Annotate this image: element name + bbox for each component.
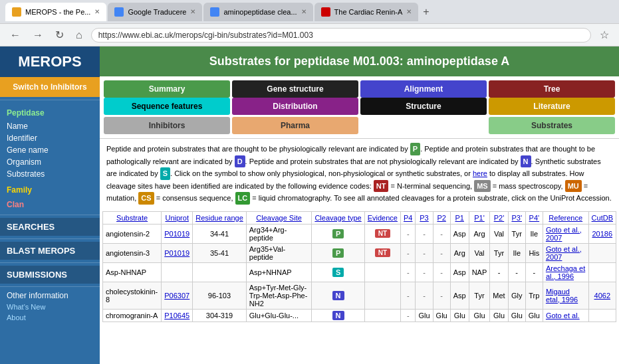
tab-cardiac[interactable]: The Cardiac Renin-A ✕ (314, 3, 419, 21)
cell-uniprot[interactable]: P10645 (162, 309, 193, 321)
cell-reference[interactable]: Arechaga et al., 1996 (543, 262, 588, 282)
cell-reference[interactable]: Goto et al., 2007 (543, 243, 588, 262)
col-p3[interactable]: P3 (416, 211, 433, 224)
col-substrate[interactable]: Substrate (103, 211, 162, 224)
cell-p4p: Glu (525, 309, 543, 321)
cell-cleavage-type[interactable]: S (312, 262, 364, 282)
tab-inhibitors[interactable]: Inhibitors (104, 117, 230, 134)
cell-uniprot[interactable]: P01019 (162, 224, 193, 243)
tab-pharma[interactable]: Pharma (232, 117, 358, 134)
cell-cleavage-type[interactable]: P (312, 243, 364, 262)
table-row: angiotensin-2 P01019 34-41 Arg34+Arg-pep… (103, 224, 616, 243)
cell-p3: Glu (416, 309, 433, 321)
tab-substrates[interactable]: Substrates (489, 117, 615, 134)
tab-close-cardiac[interactable]: ✕ (406, 8, 412, 15)
sidebar-item-organism[interactable]: Organism (0, 156, 100, 168)
tab-distribution[interactable]: Distribution (232, 98, 358, 115)
cell-p2p: Tyr (490, 243, 508, 262)
sidebar-item-substrates[interactable]: Substrates (0, 168, 100, 180)
tab-gene-structure[interactable]: Gene structure (232, 80, 358, 98)
tab-tree[interactable]: Tree (489, 80, 615, 98)
sidebar-divider-1 (0, 100, 100, 100)
cell-cleavage-type[interactable]: P (312, 224, 364, 243)
cell-substrate: cholecystokinin-8 (103, 282, 162, 309)
badge-mu: MU (565, 180, 582, 193)
col-p4p[interactable]: P4' (525, 211, 543, 224)
cell-cutdb[interactable] (588, 309, 616, 321)
sidebar-logo[interactable]: MEROPS (0, 46, 100, 77)
cell-uniprot[interactable]: P06307 (162, 282, 193, 309)
tab-close-google[interactable]: ✕ (190, 8, 195, 15)
switch-to-inhibitors-button[interactable]: Switch to Inhibitors (0, 77, 100, 97)
col-reference[interactable]: Reference (543, 211, 588, 224)
col-p2p[interactable]: P2' (490, 211, 508, 224)
badge-lc: LC (235, 192, 251, 205)
new-tab-button[interactable]: + (420, 5, 432, 19)
cell-reference[interactable]: Goto et al. (543, 309, 588, 321)
cell-p1: Arg (450, 243, 469, 262)
cell-residue: 35-41 (193, 243, 247, 262)
tab-close-merops[interactable]: ✕ (94, 8, 100, 15)
cell-reference[interactable]: Goto et al., 2007 (543, 224, 588, 243)
cell-cleavage-site: Asp+Tyr-Met-Gly-Trp-Met-Asp-Phe-NH2 (246, 282, 312, 309)
reload-button[interactable]: ↻ (52, 27, 67, 43)
cell-p3: - (416, 224, 433, 243)
cell-p2: - (433, 262, 450, 282)
cell-cutdb[interactable]: 4062 (588, 282, 616, 309)
col-cutdb[interactable]: CutDB (588, 211, 616, 224)
cell-reference[interactable]: Migaud etal, 1996 (543, 282, 588, 309)
cell-cutdb[interactable] (588, 243, 616, 262)
home-button[interactable]: ⌂ (72, 28, 86, 43)
cell-cleavage-type[interactable]: N (312, 309, 364, 321)
badge-nt: NT (374, 180, 389, 193)
nav-tabs-row1: Summary Gene structure Alignment Tree (100, 76, 619, 98)
main-content: Substrates for peptidase M01.003: aminop… (100, 46, 619, 364)
tab-label-cardiac: The Cardiac Renin-A (334, 8, 403, 16)
tab-summary[interactable]: Summary (104, 80, 230, 98)
tab-sequence-features[interactable]: Sequence features (104, 98, 230, 115)
sidebar-item-whats-new[interactable]: What's New (0, 302, 100, 312)
cell-cleavage-type[interactable]: N (312, 282, 364, 309)
tab-google[interactable]: Google Traducere ✕ (108, 3, 202, 21)
col-p4[interactable]: P4 (400, 211, 415, 224)
sidebar-item-name[interactable]: Name (0, 120, 100, 132)
tab-literature[interactable]: Literature (489, 98, 615, 115)
tab-structure[interactable]: Structure (360, 98, 487, 115)
sidebar-divider-2 (0, 215, 100, 215)
cell-uniprot[interactable]: P01019 (162, 243, 193, 262)
tab-merops[interactable]: MEROPS - the Pe... ✕ (5, 3, 106, 21)
cell-uniprot[interactable] (162, 262, 193, 282)
tab-amino[interactable]: aminopeptidase clea... ✕ (203, 3, 312, 21)
col-cleavage-site[interactable]: Cleavage Site (246, 211, 312, 224)
col-p1[interactable]: P1 (450, 211, 469, 224)
cell-p1: Glu (450, 309, 469, 321)
col-residue[interactable]: Residue range (193, 211, 247, 224)
browser-bar: ← → ↻ ⌂ ☆ (0, 24, 619, 46)
bookmark-button[interactable]: ☆ (596, 27, 612, 43)
forward-button[interactable]: → (29, 28, 47, 43)
nav-tabs-row3: Inhibitors Pharma Substrates (100, 117, 619, 138)
peptidase-section-title: Peptidase (0, 106, 100, 120)
here-link[interactable]: here (473, 169, 487, 177)
sidebar-item-identifier[interactable]: Identifier (0, 132, 100, 144)
sidebar-item-about[interactable]: About (0, 312, 100, 323)
cell-p3: - (416, 282, 433, 309)
col-uniprot[interactable]: Uniprot (162, 211, 193, 224)
cell-p2: - (433, 243, 450, 262)
description-text: Peptide and protein substrates that are … (100, 138, 619, 209)
cell-p2: - (433, 282, 450, 309)
url-bar[interactable] (91, 28, 591, 43)
tab-close-amino[interactable]: ✕ (301, 8, 307, 15)
tab-alignment[interactable]: Alignment (360, 80, 487, 98)
col-cleavage-type[interactable]: Cleavage type (312, 211, 364, 224)
col-p2[interactable]: P2 (433, 211, 450, 224)
back-button[interactable]: ← (7, 28, 24, 43)
cell-cutdb[interactable]: 20186 (588, 224, 616, 243)
sidebar-item-gene-name[interactable]: Gene name (0, 144, 100, 156)
col-p3p[interactable]: P3' (508, 211, 525, 224)
cell-cutdb[interactable] (588, 262, 616, 282)
col-p1p[interactable]: P1' (469, 211, 490, 224)
cell-cleavage-site: Glu+Glu-Glu-... (246, 309, 312, 321)
col-evidence[interactable]: Evidence (364, 211, 400, 224)
cell-evidence (364, 262, 400, 282)
